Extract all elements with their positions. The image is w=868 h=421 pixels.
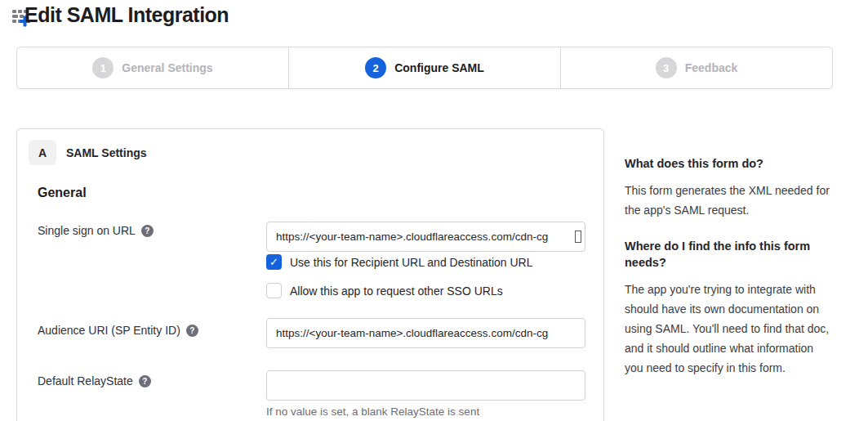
sso-url-input[interactable] bbox=[266, 222, 585, 252]
section-title: SAML Settings bbox=[66, 146, 147, 159]
checkbox-unchecked-icon[interactable] bbox=[266, 283, 282, 298]
step-number-badge: 2 bbox=[365, 57, 386, 78]
audience-uri-label: Audience URI (SP Entity ID) ? bbox=[38, 324, 198, 337]
relay-state-input-wrap bbox=[266, 370, 585, 401]
general-group-heading: General bbox=[38, 186, 87, 200]
step-label: Feedback bbox=[685, 61, 738, 74]
help-question-1: What does this form do? bbox=[625, 155, 830, 172]
step-number-badge: 3 bbox=[656, 57, 677, 78]
sso-url-input-wrap bbox=[266, 222, 585, 252]
field-label-text: Audience URI (SP Entity ID) bbox=[38, 324, 180, 337]
edit-saml-integration-page: Edit SAML Integration 1 General Settings… bbox=[0, 0, 868, 421]
step-feedback[interactable]: 3 Feedback bbox=[560, 47, 832, 88]
step-label: Configure SAML bbox=[394, 61, 484, 74]
checkbox-checked-icon[interactable]: ✓ bbox=[266, 254, 282, 270]
help-icon[interactable]: ? bbox=[141, 225, 154, 237]
other-sso-checkbox-row[interactable]: Allow this app to request other SSO URLs bbox=[266, 283, 503, 298]
relay-state-helper-text: If no value is set, a blank RelayState i… bbox=[266, 405, 479, 418]
field-label-text: Default RelayState bbox=[38, 374, 133, 387]
checkbox-label[interactable]: Use this for Recipient URL and Destinati… bbox=[290, 256, 533, 269]
audience-uri-input[interactable] bbox=[266, 318, 585, 348]
relay-state-label: Default RelayState ? bbox=[38, 374, 151, 387]
help-answer-2: The app you're trying to integrate with … bbox=[625, 280, 830, 378]
checkbox-label[interactable]: Allow this app to request other SSO URLs bbox=[290, 284, 503, 298]
step-number-badge: 1 bbox=[92, 57, 114, 78]
help-icon[interactable]: ? bbox=[186, 325, 198, 337]
saml-settings-panel: A SAML Settings General Single sign on U… bbox=[16, 128, 604, 421]
sso-url-label: Single sign on URL ? bbox=[38, 224, 154, 237]
step-general-settings[interactable]: 1 General Settings bbox=[17, 47, 288, 88]
section-badge-a: A bbox=[29, 140, 56, 165]
step-configure-saml[interactable]: 2 Configure SAML bbox=[288, 47, 560, 88]
field-label-text: Single sign on URL bbox=[38, 224, 136, 237]
help-question-2: Where do I find the info this form needs… bbox=[625, 238, 830, 271]
page-title: Edit SAML Integration bbox=[24, 3, 229, 27]
relay-state-input[interactable] bbox=[266, 370, 585, 401]
recipient-url-checkbox-row[interactable]: ✓ Use this for Recipient URL and Destina… bbox=[266, 254, 533, 270]
help-icon[interactable]: ? bbox=[139, 375, 151, 387]
help-answer-1: This form generates the XML needed for t… bbox=[625, 181, 830, 220]
wizard-stepper: 1 General Settings 2 Configure SAML 3 Fe… bbox=[16, 47, 833, 89]
step-label: General Settings bbox=[122, 61, 212, 74]
text-cursor-box bbox=[575, 231, 581, 243]
audience-uri-input-wrap bbox=[266, 318, 585, 348]
help-sidebar: What does this form do? This form genera… bbox=[625, 155, 830, 378]
